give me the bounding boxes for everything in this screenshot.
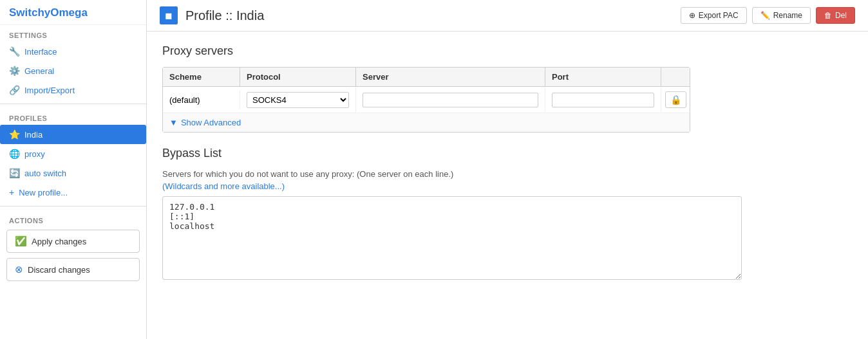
sidebar-item-auto-switch-label: auto switch	[24, 169, 66, 178]
plus-icon: +	[9, 187, 14, 197]
protocol-cell: HTTP HTTPS SOCKS4 SOCKS5	[240, 87, 356, 113]
sidebar-item-general[interactable]: ⚙️ General	[0, 61, 146, 80]
sidebar-item-interface[interactable]: 🔧 Interface	[0, 42, 146, 61]
apply-changes-label: Apply changes	[32, 237, 86, 246]
lock-button[interactable]: 🔒	[665, 91, 686, 108]
actions-section-label: ACTIONS	[0, 210, 146, 227]
globe-icon: 🌐	[9, 149, 20, 159]
profile-box-icon: ◼	[165, 10, 173, 21]
rename-label: Rename	[773, 11, 802, 20]
profile-icon-box: ◼	[160, 6, 178, 24]
chevron-down-icon: ▼	[169, 118, 178, 127]
discard-changes-label: Discard changes	[28, 265, 90, 275]
sidebar-item-new-profile[interactable]: + New profile...	[0, 183, 146, 202]
col-protocol: Protocol	[240, 68, 356, 86]
apply-changes-button[interactable]: ✅ Apply changes	[6, 230, 140, 253]
header-actions: ⊕ Export PAC ✏️ Rename 🗑 Del	[681, 7, 855, 24]
app-name: SwitchyOmega	[9, 6, 88, 19]
page-title: Profile :: India	[185, 8, 264, 23]
col-server: Server	[356, 68, 545, 86]
col-port: Port	[545, 68, 661, 86]
export-icon: ⊕	[689, 11, 695, 20]
cancel-icon: ⊗	[15, 264, 23, 275]
export-pac-button[interactable]: ⊕ Export PAC	[681, 7, 747, 24]
proxy-servers-title: Proxy servers	[162, 44, 853, 58]
discard-changes-button[interactable]: ⊗ Discard changes	[6, 258, 140, 281]
delete-button[interactable]: 🗑 Del	[816, 7, 855, 24]
sidebar-item-india-label: India	[24, 130, 42, 140]
star-icon: ⭐	[9, 129, 20, 140]
wildcards-link[interactable]: (Wildcards and more available...)	[162, 181, 285, 191]
proxy-servers-table: Scheme Protocol Server Port (default) HT…	[162, 67, 690, 133]
sidebar-item-auto-switch[interactable]: 🔄 auto switch	[0, 163, 146, 183]
server-cell	[356, 88, 545, 112]
bypass-textarea[interactable]: 127.0.0.1 [::1] localhost	[162, 196, 742, 280]
header-left: ◼ Profile :: India	[160, 6, 264, 24]
bypass-list-title: Bypass List	[162, 147, 853, 160]
app-logo: SwitchyOmega	[0, 0, 146, 25]
bypass-list-description: Servers for which you do not want to use…	[162, 169, 853, 179]
sidebar-divider-2	[0, 206, 146, 206]
scheme-cell: (default)	[163, 91, 240, 109]
scheme-value: (default)	[169, 95, 200, 105]
sidebar-item-proxy[interactable]: 🌐 proxy	[0, 144, 146, 163]
delete-label: Del	[835, 11, 847, 20]
sidebar-item-import-export-label: Import/Export	[24, 86, 75, 95]
delete-icon: 🗑	[824, 11, 832, 20]
sidebar-item-import-export[interactable]: 🔗 Import/Export	[0, 80, 146, 100]
sidebar: SwitchyOmega SETTINGS 🔧 Interface ⚙️ Gen…	[0, 0, 147, 339]
profiles-section-label: PROFILES	[0, 108, 146, 125]
rename-icon: ✏️	[760, 11, 770, 20]
protocol-select[interactable]: HTTP HTTPS SOCKS4 SOCKS5	[247, 92, 349, 108]
switch-icon: 🔄	[9, 168, 20, 178]
sidebar-item-india[interactable]: ⭐ India	[0, 125, 146, 144]
sidebar-item-new-profile-label: New profile...	[19, 188, 68, 197]
col-scheme: Scheme	[163, 68, 240, 86]
port-cell	[545, 88, 661, 112]
server-input[interactable]	[363, 93, 538, 107]
main-header: ◼ Profile :: India ⊕ Export PAC ✏️ Renam…	[147, 0, 868, 32]
gear-icon: ⚙️	[9, 66, 20, 76]
checkmark-icon: ✅	[15, 235, 27, 247]
sidebar-item-interface-label: Interface	[24, 47, 57, 57]
sidebar-item-general-label: General	[24, 66, 54, 76]
wrench-icon: 🔧	[9, 46, 20, 57]
export-pac-label: Export PAC	[699, 11, 739, 20]
sidebar-item-proxy-label: proxy	[24, 149, 45, 159]
settings-section-label: SETTINGS	[0, 25, 146, 42]
proxy-table-header: Scheme Protocol Server Port	[163, 68, 690, 87]
sidebar-divider-1	[0, 104, 146, 104]
bypass-section: Bypass List Servers for which you do not…	[162, 147, 853, 282]
table-row: (default) HTTP HTTPS SOCKS4 SOCKS5	[163, 87, 690, 113]
main-body: Proxy servers Scheme Protocol Server Por…	[147, 32, 868, 339]
show-advanced-toggle[interactable]: ▼ Show Advanced	[163, 113, 690, 132]
lock-cell: 🔒	[661, 87, 690, 113]
port-input[interactable]	[552, 93, 654, 107]
col-actions	[661, 68, 690, 86]
rename-button[interactable]: ✏️ Rename	[752, 7, 811, 24]
link-icon: 🔗	[9, 85, 20, 95]
main-content: ◼ Profile :: India ⊕ Export PAC ✏️ Renam…	[147, 0, 868, 339]
show-advanced-label: Show Advanced	[181, 118, 241, 127]
